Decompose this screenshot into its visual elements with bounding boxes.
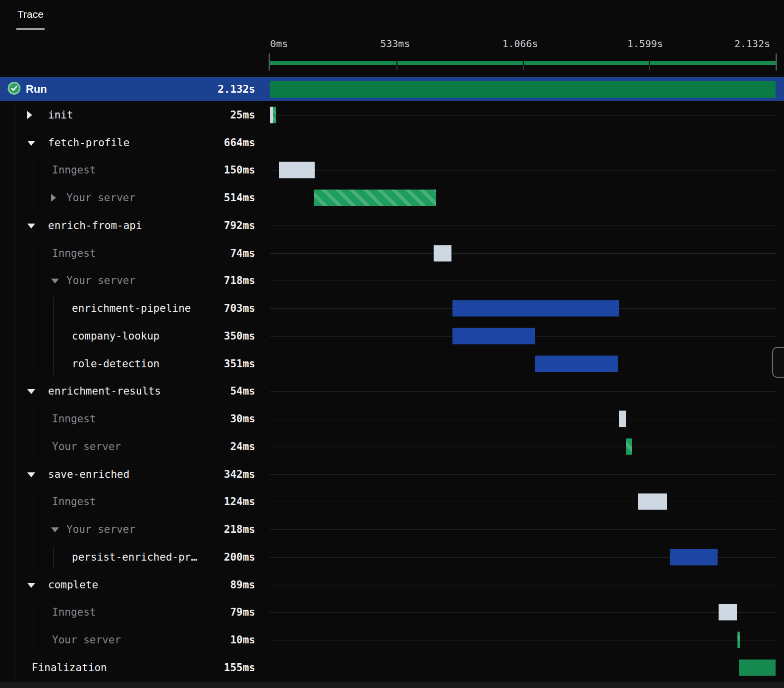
trace-row-enrichment-results[interactable]: enrichment-results54ms (0, 378, 784, 405)
trace-row-enrich-from-api[interactable]: enrich-from-api792ms (0, 212, 784, 239)
row-gridline (270, 281, 777, 281)
span-bar-inngest[interactable] (638, 494, 667, 510)
minimap-bar-segment[interactable] (270, 61, 396, 65)
span-duration: 79ms (0, 606, 255, 618)
trace-row-your-server[interactable]: Your server218ms (0, 516, 784, 543)
span-duration: 124ms (0, 496, 255, 508)
trace-row-company-lookup[interactable]: company-lookup350ms (0, 322, 784, 350)
minimap-bar-segment[interactable] (397, 61, 523, 65)
tree-indent-guide (34, 160, 34, 209)
span-bar-inngest[interactable] (434, 245, 451, 261)
row-gridline (270, 253, 777, 254)
trace-row-your-server[interactable]: Your server718ms (0, 267, 784, 295)
minimap-tick (396, 65, 397, 70)
bottom-divider (0, 682, 784, 688)
trace-row-fetch-profile[interactable]: fetch-profile664ms (0, 129, 784, 157)
span-duration: 664ms (0, 137, 255, 149)
row-gridline (270, 115, 777, 115)
span-duration: 350ms (0, 330, 255, 342)
minimap-bar-segment[interactable] (650, 61, 776, 65)
tab-bar: Trace (0, 0, 784, 30)
row-gridline (270, 364, 777, 364)
trace-row-inngest[interactable]: Inngest79ms (0, 599, 784, 627)
trace-row-init[interactable]: init25ms (0, 101, 784, 129)
tree-indent-guide (34, 242, 34, 375)
span-duration: 54ms (0, 385, 255, 397)
span-duration: 218ms (0, 523, 255, 535)
tree-indent-guide (54, 297, 54, 374)
row-gridline (270, 502, 777, 502)
tree-indent-guide (34, 408, 34, 458)
trace-row-finalization[interactable]: Finalization155ms (0, 654, 784, 682)
tab-trace[interactable]: Trace (16, 0, 45, 30)
trace-row-your-server[interactable]: Your server514ms (0, 184, 784, 212)
span-bar-your-server[interactable] (314, 190, 436, 206)
minimap-bar-segment[interactable] (524, 61, 649, 65)
row-gridline (270, 226, 777, 226)
axis-tick-label: 533ms (380, 38, 410, 50)
trace-row-enrichment-pipeline[interactable]: enrichment-pipeline703ms (0, 294, 784, 322)
span-bar-inngest[interactable] (619, 411, 626, 427)
axis-tick-label: 1.066s (502, 38, 538, 50)
span-duration: 25ms (0, 109, 255, 121)
span-duration: 155ms (0, 662, 255, 674)
span-duration: 24ms (0, 441, 255, 453)
run-duration: 2.132s (0, 83, 255, 95)
row-gridline (270, 612, 777, 613)
span-bar-company-lookup[interactable] (452, 328, 535, 344)
span-bar-inngest[interactable] (279, 162, 315, 178)
trace-row-inngest[interactable]: Inngest124ms (0, 488, 784, 516)
span-duration: 351ms (0, 358, 255, 370)
run-row[interactable]: Run 2.132s (0, 77, 784, 101)
row-gridline (270, 391, 777, 392)
tab-trace-label: Trace (17, 8, 44, 20)
span-duration: 514ms (0, 192, 255, 204)
span-bar-finalization[interactable] (739, 659, 776, 676)
row-gridline (270, 419, 777, 419)
row-gridline (270, 529, 777, 530)
tree-indent-guide (14, 104, 14, 679)
row-gridline (270, 640, 777, 640)
span-bar-init[interactable] (270, 107, 276, 123)
tree-indent-guide (54, 546, 54, 568)
row-gridline (270, 585, 777, 585)
span-bar-your-server[interactable] (626, 438, 631, 455)
minimap-tick (649, 65, 650, 70)
span-duration: 718ms (0, 275, 255, 287)
span-duration: 30ms (0, 413, 255, 425)
row-gridline (270, 474, 777, 475)
span-bar-exec-half (273, 107, 276, 123)
row-gridline (270, 143, 777, 143)
trace-row-inngest[interactable]: Inngest150ms (0, 157, 784, 184)
span-duration: 200ms (0, 551, 255, 563)
trace-row-role-detection[interactable]: role-detection351ms (0, 350, 784, 378)
span-duration: 703ms (0, 302, 255, 314)
trace-row-inngest[interactable]: Inngest74ms (0, 239, 784, 267)
span-duration: 792ms (0, 220, 255, 231)
minimap-tick (523, 65, 524, 70)
row-gridline (270, 447, 777, 447)
row-gridline (270, 170, 777, 171)
span-duration: 89ms (0, 579, 255, 591)
trace-row-persist-enriched-pr[interactable]: persist-enriched-pr…200ms (0, 543, 784, 571)
trace-row-complete[interactable]: complete89ms (0, 571, 784, 599)
trace-row-your-server[interactable]: Your server10ms (0, 626, 784, 654)
tree-indent-guide (34, 491, 34, 568)
span-bar-inngest[interactable] (719, 604, 737, 621)
span-bar-role-detection[interactable] (535, 355, 618, 372)
span-duration: 150ms (0, 164, 255, 176)
span-bar-enrichment-pipeline[interactable] (452, 300, 619, 317)
trace-row-save-enriched[interactable]: save-enriched342ms (0, 460, 784, 488)
tree-indent-guide (34, 602, 34, 651)
span-duration: 10ms (0, 634, 255, 646)
trace-row-your-server[interactable]: Your server24ms (0, 433, 784, 460)
timeline-header: 0ms533ms1.066s1.599s2.132s (0, 30, 784, 77)
scroll-handle[interactable] (772, 347, 784, 378)
span-duration: 74ms (0, 247, 255, 259)
span-bar-persist-enriched-pr[interactable] (670, 549, 718, 565)
span-duration: 342ms (0, 468, 255, 480)
trace-row-inngest[interactable]: Inngest30ms (0, 405, 784, 433)
minimap-end-tick (776, 54, 777, 70)
span-bar-your-server[interactable] (737, 632, 740, 648)
run-span-bar[interactable] (270, 81, 776, 98)
